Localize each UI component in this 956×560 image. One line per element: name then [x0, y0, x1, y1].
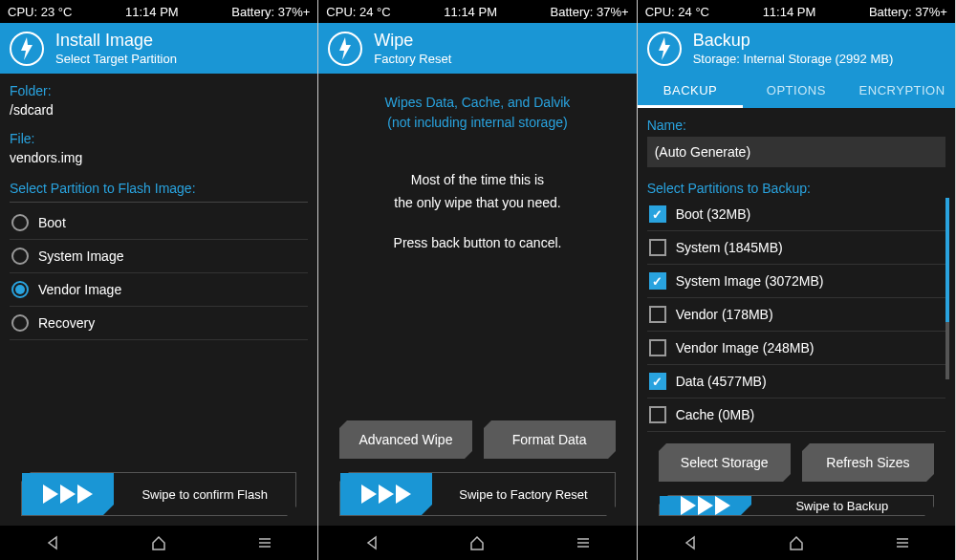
radio-item-boot[interactable]: Boot [10, 206, 308, 240]
slider-thumb[interactable] [660, 496, 751, 515]
arrow-right-icon [60, 485, 76, 504]
twrp-logo-icon [10, 32, 44, 66]
wipe-instruction-text: Most of the time this is the only wipe t… [328, 169, 626, 254]
check-item-vendor-image[interactable]: Vendor Image (248MB) [647, 332, 945, 365]
checkbox-icon [649, 205, 666, 223]
back-icon[interactable] [681, 533, 700, 552]
swipe-label: Swipe to confirm Flash [114, 487, 295, 502]
tab-options[interactable]: OPTIONS [743, 74, 849, 108]
tab-bar: BACKUP OPTIONS ENCRYPTION [638, 74, 955, 108]
tab-backup[interactable]: BACKUP [638, 74, 744, 108]
advanced-wipe-button[interactable]: Advanced Wipe [339, 420, 471, 459]
swipe-label: Swipe to Factory Reset [432, 487, 614, 502]
wipe-info-text: Wipes Data, Cache, and Dalvik (not inclu… [328, 93, 626, 133]
status-battery: Battery: 37%+ [231, 5, 310, 19]
radio-label: Vendor Image [38, 282, 121, 297]
page-subtitle: Factory Reset [374, 52, 451, 66]
home-icon[interactable] [787, 533, 806, 552]
arrow-right-icon [698, 496, 713, 515]
check-label: Boot (32MB) [676, 206, 751, 222]
page-subtitle: Select Target Partition [55, 52, 177, 66]
partitions-section-label: Select Partitions to Backup: [647, 181, 945, 196]
check-item-data[interactable]: Data (4577MB) [647, 365, 945, 398]
checkbox-icon [649, 239, 666, 256]
recents-icon[interactable] [255, 533, 274, 552]
swipe-factory-reset[interactable]: Swipe to Factory Reset [339, 472, 615, 516]
status-time: 11:14 PM [125, 5, 179, 19]
radio-item-recovery[interactable]: Recovery [10, 307, 308, 340]
page-title: Backup [693, 31, 894, 51]
recents-icon[interactable] [574, 533, 593, 552]
format-data-button[interactable]: Format Data [484, 420, 616, 459]
radio-label: System Image [38, 248, 123, 264]
status-battery: Battery: 37%+ [869, 5, 947, 19]
status-cpu: CPU: 24 °C [645, 5, 709, 19]
radio-icon [11, 214, 29, 231]
slider-thumb[interactable] [22, 473, 114, 515]
folder-value: /sdcard [10, 102, 308, 118]
page-title: Wipe [374, 31, 451, 51]
file-label: File: [10, 131, 308, 146]
screen-backup: CPU: 24 °C 11:14 PM Battery: 37%+ Backup… [638, 0, 956, 560]
header: Wipe Factory Reset [318, 23, 636, 74]
swipe-label: Swipe to Backup [751, 499, 933, 513]
radio-icon [11, 314, 29, 332]
select-storage-button[interactable]: Select Storage [659, 443, 791, 482]
header: Install Image Select Target Partition [0, 23, 317, 74]
checkbox-icon [649, 406, 666, 423]
radio-label: Recovery [38, 315, 95, 331]
radio-label: Boot [38, 215, 66, 230]
check-label: Data (4577MB) [676, 374, 767, 389]
screen-install-image: CPU: 23 °C 11:14 PM Battery: 37%+ Instal… [0, 0, 318, 560]
partition-check-list: Boot (32MB) System (1845MB) System Image… [647, 198, 945, 432]
back-icon[interactable] [43, 533, 62, 552]
check-label: Vendor (178MB) [676, 307, 773, 322]
radio-icon [11, 281, 29, 298]
radio-item-vendor-image[interactable]: Vendor Image [10, 273, 308, 307]
check-label: Cache (0MB) [676, 407, 754, 422]
home-icon[interactable] [149, 533, 168, 552]
android-navbar [318, 526, 636, 560]
partition-section-label: Select Partition to Flash Image: [10, 181, 308, 203]
tab-encryption[interactable]: ENCRYPTION [849, 74, 955, 108]
status-cpu: CPU: 24 °C [326, 5, 390, 19]
check-label: System (1845MB) [676, 240, 783, 255]
radio-item-system-image[interactable]: System Image [10, 240, 308, 273]
arrow-right-icon [77, 485, 93, 504]
scrollbar[interactable] [945, 198, 949, 379]
back-icon[interactable] [362, 533, 381, 552]
android-navbar [0, 526, 317, 560]
file-value: vendors.img [10, 150, 308, 165]
arrow-right-icon [715, 496, 730, 515]
check-item-cache[interactable]: Cache (0MB) [647, 398, 945, 432]
check-item-system[interactable]: System (1845MB) [647, 231, 945, 265]
arrow-right-icon [396, 485, 411, 504]
page-subtitle: Storage: Internal Storage (2992 MB) [693, 52, 894, 66]
twrp-logo-icon [647, 32, 682, 66]
header: Backup Storage: Internal Storage (2992 M… [638, 23, 955, 74]
status-bar: CPU: 24 °C 11:14 PM Battery: 37%+ [318, 0, 636, 23]
arrow-right-icon [361, 485, 377, 504]
status-cpu: CPU: 23 °C [8, 5, 72, 19]
check-item-vendor[interactable]: Vendor (178MB) [647, 298, 945, 332]
slider-thumb[interactable] [340, 473, 432, 515]
name-label: Name: [647, 118, 945, 133]
check-item-system-image[interactable]: System Image (3072MB) [647, 265, 945, 298]
radio-icon [11, 248, 29, 265]
twrp-logo-icon [328, 32, 362, 66]
swipe-confirm-flash[interactable]: Swipe to confirm Flash [21, 472, 296, 516]
check-item-boot[interactable]: Boot (32MB) [647, 198, 945, 231]
recents-icon[interactable] [893, 533, 912, 552]
arrow-right-icon [43, 485, 58, 504]
status-bar: CPU: 23 °C 11:14 PM Battery: 37%+ [0, 0, 317, 23]
arrow-right-icon [379, 485, 394, 504]
refresh-sizes-button[interactable]: Refresh Sizes [802, 443, 934, 482]
home-icon[interactable] [467, 533, 487, 552]
android-navbar [638, 526, 955, 560]
backup-name-input[interactable]: (Auto Generate) [647, 137, 945, 167]
checkbox-icon [649, 373, 666, 390]
check-label: Vendor Image (248MB) [676, 340, 815, 355]
checkbox-icon [649, 272, 666, 290]
screen-wipe: CPU: 24 °C 11:14 PM Battery: 37%+ Wipe F… [318, 0, 637, 560]
swipe-backup[interactable]: Swipe to Backup [659, 495, 934, 516]
